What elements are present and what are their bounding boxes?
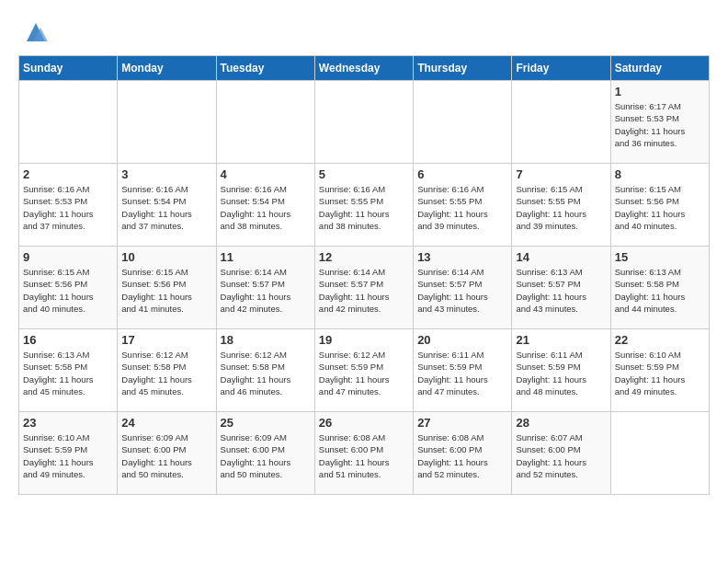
day-number: 2 <box>23 167 113 181</box>
day-info: Sunrise: 6:12 AM Sunset: 5:59 PM Dayligh… <box>319 349 409 397</box>
column-header-tuesday: Tuesday <box>216 56 314 81</box>
calendar-cell <box>314 81 413 164</box>
calendar-cell <box>512 81 610 164</box>
calendar-cell <box>610 412 709 495</box>
calendar-cell: 28Sunrise: 6:07 AM Sunset: 6:00 PM Dayli… <box>512 412 610 495</box>
calendar-cell: 9Sunrise: 6:15 AM Sunset: 5:56 PM Daylig… <box>19 247 118 329</box>
calendar-week-row: 1Sunrise: 6:17 AM Sunset: 5:53 PM Daylig… <box>19 81 710 164</box>
calendar-cell: 15Sunrise: 6:13 AM Sunset: 5:58 PM Dayli… <box>610 247 709 329</box>
day-number: 28 <box>516 416 606 430</box>
logo <box>18 18 50 46</box>
column-header-saturday: Saturday <box>610 56 709 81</box>
day-info: Sunrise: 6:16 AM Sunset: 5:54 PM Dayligh… <box>121 183 211 232</box>
column-header-wednesday: Wednesday <box>314 56 413 81</box>
day-number: 13 <box>417 250 507 264</box>
column-header-friday: Friday <box>512 56 610 81</box>
calendar-header-row: SundayMondayTuesdayWednesdayThursdayFrid… <box>19 56 710 81</box>
calendar-cell: 19Sunrise: 6:12 AM Sunset: 5:59 PM Dayli… <box>314 329 413 412</box>
calendar-week-row: 16Sunrise: 6:13 AM Sunset: 5:58 PM Dayli… <box>19 329 710 412</box>
day-number: 11 <box>221 250 311 264</box>
calendar-cell: 23Sunrise: 6:10 AM Sunset: 5:59 PM Dayli… <box>19 412 118 495</box>
calendar-cell: 22Sunrise: 6:10 AM Sunset: 5:59 PM Dayli… <box>610 329 709 412</box>
calendar-cell: 20Sunrise: 6:11 AM Sunset: 5:59 PM Dayli… <box>414 329 512 412</box>
calendar-cell: 26Sunrise: 6:08 AM Sunset: 6:00 PM Dayli… <box>314 412 413 495</box>
day-number: 22 <box>615 333 705 347</box>
day-info: Sunrise: 6:16 AM Sunset: 5:53 PM Dayligh… <box>23 183 113 232</box>
calendar-cell: 16Sunrise: 6:13 AM Sunset: 5:58 PM Dayli… <box>19 329 118 412</box>
day-number: 12 <box>319 250 409 264</box>
day-number: 27 <box>417 416 507 430</box>
day-number: 24 <box>121 416 211 430</box>
day-number: 8 <box>615 167 705 181</box>
day-info: Sunrise: 6:11 AM Sunset: 5:59 PM Dayligh… <box>516 349 606 397</box>
calendar-cell <box>118 81 216 164</box>
day-number: 14 <box>516 250 606 264</box>
day-number: 26 <box>319 416 409 430</box>
calendar-cell: 6Sunrise: 6:16 AM Sunset: 5:55 PM Daylig… <box>414 164 512 247</box>
day-info: Sunrise: 6:13 AM Sunset: 5:58 PM Dayligh… <box>23 349 113 397</box>
day-info: Sunrise: 6:15 AM Sunset: 5:56 PM Dayligh… <box>615 183 705 232</box>
day-number: 9 <box>23 250 113 264</box>
day-number: 3 <box>121 167 211 181</box>
day-info: Sunrise: 6:14 AM Sunset: 5:57 PM Dayligh… <box>417 266 507 315</box>
column-header-thursday: Thursday <box>414 56 512 81</box>
day-info: Sunrise: 6:14 AM Sunset: 5:57 PM Dayligh… <box>319 266 409 315</box>
day-info: Sunrise: 6:12 AM Sunset: 5:58 PM Dayligh… <box>121 349 211 397</box>
calendar-cell: 2Sunrise: 6:16 AM Sunset: 5:53 PM Daylig… <box>19 164 118 247</box>
day-info: Sunrise: 6:13 AM Sunset: 5:58 PM Dayligh… <box>615 266 705 315</box>
day-info: Sunrise: 6:15 AM Sunset: 5:56 PM Dayligh… <box>121 266 211 315</box>
day-number: 4 <box>221 167 311 181</box>
calendar-table: SundayMondayTuesdayWednesdayThursdayFrid… <box>18 55 710 495</box>
day-info: Sunrise: 6:15 AM Sunset: 5:56 PM Dayligh… <box>23 266 113 315</box>
day-info: Sunrise: 6:13 AM Sunset: 5:57 PM Dayligh… <box>516 266 606 315</box>
page-header <box>18 18 710 46</box>
calendar-cell: 10Sunrise: 6:15 AM Sunset: 5:56 PM Dayli… <box>118 247 216 329</box>
calendar-cell: 18Sunrise: 6:12 AM Sunset: 5:58 PM Dayli… <box>216 329 314 412</box>
calendar-cell: 24Sunrise: 6:09 AM Sunset: 6:00 PM Dayli… <box>118 412 216 495</box>
calendar-cell: 17Sunrise: 6:12 AM Sunset: 5:58 PM Dayli… <box>118 329 216 412</box>
calendar-cell <box>414 81 512 164</box>
day-info: Sunrise: 6:10 AM Sunset: 5:59 PM Dayligh… <box>615 349 705 397</box>
calendar-cell: 8Sunrise: 6:15 AM Sunset: 5:56 PM Daylig… <box>610 164 709 247</box>
day-number: 5 <box>319 167 409 181</box>
calendar-cell: 25Sunrise: 6:09 AM Sunset: 6:00 PM Dayli… <box>216 412 314 495</box>
day-info: Sunrise: 6:10 AM Sunset: 5:59 PM Dayligh… <box>23 431 113 480</box>
day-number: 20 <box>417 333 507 347</box>
day-info: Sunrise: 6:11 AM Sunset: 5:59 PM Dayligh… <box>417 349 507 397</box>
calendar-week-row: 23Sunrise: 6:10 AM Sunset: 5:59 PM Dayli… <box>19 412 710 495</box>
calendar-week-row: 9Sunrise: 6:15 AM Sunset: 5:56 PM Daylig… <box>19 247 710 329</box>
calendar-cell: 1Sunrise: 6:17 AM Sunset: 5:53 PM Daylig… <box>610 81 709 164</box>
day-number: 7 <box>516 167 606 181</box>
calendar-cell: 11Sunrise: 6:14 AM Sunset: 5:57 PM Dayli… <box>216 247 314 329</box>
day-number: 10 <box>121 250 211 264</box>
calendar-cell: 4Sunrise: 6:16 AM Sunset: 5:54 PM Daylig… <box>216 164 314 247</box>
day-info: Sunrise: 6:09 AM Sunset: 6:00 PM Dayligh… <box>221 431 311 480</box>
day-info: Sunrise: 6:17 AM Sunset: 5:53 PM Dayligh… <box>615 100 705 149</box>
calendar-cell: 27Sunrise: 6:08 AM Sunset: 6:00 PM Dayli… <box>414 412 512 495</box>
calendar-cell <box>216 81 314 164</box>
calendar-week-row: 2Sunrise: 6:16 AM Sunset: 5:53 PM Daylig… <box>19 164 710 247</box>
column-header-monday: Monday <box>118 56 216 81</box>
day-number: 25 <box>221 416 311 430</box>
calendar-cell: 13Sunrise: 6:14 AM Sunset: 5:57 PM Dayli… <box>414 247 512 329</box>
day-info: Sunrise: 6:12 AM Sunset: 5:58 PM Dayligh… <box>221 349 311 397</box>
day-info: Sunrise: 6:09 AM Sunset: 6:00 PM Dayligh… <box>121 431 211 480</box>
day-number: 23 <box>23 416 113 430</box>
day-info: Sunrise: 6:15 AM Sunset: 5:55 PM Dayligh… <box>516 183 606 232</box>
calendar-cell: 3Sunrise: 6:16 AM Sunset: 5:54 PM Daylig… <box>118 164 216 247</box>
calendar-cell: 14Sunrise: 6:13 AM Sunset: 5:57 PM Dayli… <box>512 247 610 329</box>
day-number: 21 <box>516 333 606 347</box>
day-info: Sunrise: 6:07 AM Sunset: 6:00 PM Dayligh… <box>516 431 606 480</box>
day-info: Sunrise: 6:14 AM Sunset: 5:57 PM Dayligh… <box>221 266 311 315</box>
day-number: 15 <box>615 250 705 264</box>
calendar-cell: 7Sunrise: 6:15 AM Sunset: 5:55 PM Daylig… <box>512 164 610 247</box>
day-info: Sunrise: 6:08 AM Sunset: 6:00 PM Dayligh… <box>417 431 507 480</box>
day-info: Sunrise: 6:16 AM Sunset: 5:55 PM Dayligh… <box>319 183 409 232</box>
day-number: 6 <box>417 167 507 181</box>
day-number: 17 <box>121 333 211 347</box>
calendar-body: 1Sunrise: 6:17 AM Sunset: 5:53 PM Daylig… <box>19 81 710 495</box>
day-number: 16 <box>23 333 113 347</box>
calendar-cell: 5Sunrise: 6:16 AM Sunset: 5:55 PM Daylig… <box>314 164 413 247</box>
calendar-cell: 12Sunrise: 6:14 AM Sunset: 5:57 PM Dayli… <box>314 247 413 329</box>
day-number: 18 <box>221 333 311 347</box>
